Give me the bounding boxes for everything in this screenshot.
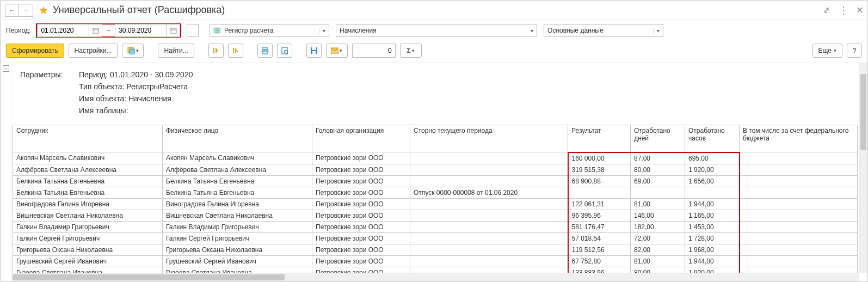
window-title: Универсальный отчет (Расшифровка) <box>53 4 225 16</box>
cell-person: Виноградова Галина Игоревна <box>163 198 312 210</box>
collapse-button[interactable] <box>228 44 243 58</box>
cell-storno <box>410 244 568 255</box>
cell-days: 80,00 <box>631 164 685 175</box>
col-federal[interactable]: В том числе за счет федерального бюджета <box>740 125 858 152</box>
cell-hours: 1 165,00 <box>685 210 740 221</box>
window: ← → ★ Универсальный отчет (Расшифровка) … <box>0 0 868 282</box>
expand-button[interactable] <box>208 44 224 58</box>
col-employee[interactable]: Сотрудник <box>13 125 163 152</box>
find-button[interactable]: Найти... <box>158 44 194 58</box>
table-row[interactable]: Галкин Владимир ГригорьевичГалкин Владим… <box>13 221 858 232</box>
col-result[interactable]: Результат <box>568 125 631 152</box>
date-to-input[interactable] <box>115 24 167 37</box>
table-row[interactable]: Алфёрова Светлана АлексеевнаАлфёрова Све… <box>13 164 858 175</box>
table-row[interactable]: Виноградова Галина ИгоревнаВиноградова Г… <box>13 198 858 210</box>
chevron-down-icon: ▾ <box>527 28 533 34</box>
cell-result: 57 018,54 <box>568 232 631 244</box>
cell-result: 68 900,88 <box>568 175 631 187</box>
cell-days: 81,00 <box>631 198 685 210</box>
cell-federal <box>740 164 858 175</box>
accruals-combo[interactable]: Начисления ▾ <box>336 24 537 37</box>
cell-employee: Белкина Татьяна Евгеньевна <box>13 187 163 198</box>
cell-days: 81,00 <box>631 255 685 267</box>
cell-storno <box>410 152 568 164</box>
cell-storno <box>410 267 568 273</box>
chevron-down-icon: ▾ <box>319 28 325 34</box>
close-icon[interactable]: ✕ <box>856 5 863 15</box>
table-row[interactable]: Белкина Татьяна ЕвгеньевнаБелкина Татьян… <box>13 187 858 198</box>
col-person[interactable]: Физическое лицо <box>163 125 312 152</box>
table-row[interactable]: Галкин Сергей ГригорьевичГалкин Сергей Г… <box>13 232 858 244</box>
table-row[interactable]: Грушевский Сергей ИвановичГрушевский Сер… <box>13 255 858 267</box>
cell-org: Петровские зори ООО <box>312 232 410 244</box>
period-extra-button[interactable] <box>187 24 199 37</box>
table-row[interactable]: Белкина Татьяна ЕвгеньевнаБелкина Татьян… <box>13 175 858 187</box>
cell-hours: 1 453,00 <box>685 221 740 232</box>
chevron-down-icon: ▾ <box>653 28 660 34</box>
settings-button[interactable]: Настройки... <box>69 44 118 58</box>
table-row[interactable]: Гузеева Светлана ИвановнаГузеева Светлан… <box>13 267 858 273</box>
cell-org: Петровские зори ООО <box>312 175 410 187</box>
params-table-name: Имя таблицы: <box>79 105 128 117</box>
table-row[interactable]: Акопян Марсель СлавиковичАкопян Марсель … <box>13 152 858 164</box>
favorite-star-icon[interactable]: ★ <box>39 4 48 17</box>
report-scroll[interactable]: Параметры:Период: 01.01.2020 - 30.09.202… <box>11 63 859 273</box>
register-type-combo[interactable]: Регистр расчета ▾ <box>210 24 329 37</box>
link-icon[interactable] <box>822 6 831 15</box>
cell-org: Петровские зори ООО <box>312 164 410 175</box>
cell-hours: 1 944,00 <box>685 198 740 210</box>
cell-person: Вишневская Светлана Николаевна <box>163 210 312 221</box>
cell-org: Петровские зори ООО <box>312 255 410 267</box>
variants-button[interactable]: ▾ <box>122 44 144 58</box>
cell-result: 122 061,31 <box>568 198 631 210</box>
cell-federal <box>740 210 858 221</box>
cell-days <box>631 187 685 198</box>
cell-days: 82,00 <box>631 244 685 255</box>
params-obj-type: Тип объекта: РегистрыРасчета <box>79 81 188 93</box>
period-label: Период: <box>6 27 30 34</box>
cell-org: Петровские зори ООО <box>312 198 410 210</box>
col-org[interactable]: Головная организация <box>312 125 410 152</box>
register-icon <box>213 27 221 34</box>
accruals-value: Начисления <box>340 27 377 34</box>
table-row[interactable]: Вишневская Светлана НиколаевнаВишневская… <box>13 210 858 221</box>
cell-hours: 1 656,00 <box>685 175 740 187</box>
sum-button[interactable]: Σ▾ <box>400 44 422 58</box>
cell-employee: Вишневская Светлана Николаевна <box>13 210 163 221</box>
cell-days: 87,00 <box>631 152 685 164</box>
date-from-input[interactable] <box>37 24 89 37</box>
save-button[interactable] <box>306 44 322 58</box>
help-button[interactable]: ? <box>847 44 862 58</box>
cell-employee: Виноградова Галина Игоревна <box>13 198 163 210</box>
cell-employee: Григорьева Оксана Николаевна <box>13 244 163 255</box>
cell-hours: 1 920,00 <box>685 164 740 175</box>
cell-org: Петровские зори ООО <box>312 187 410 198</box>
basic-data-combo[interactable]: Основные данные ▾ <box>544 24 663 37</box>
print-button[interactable] <box>257 44 273 58</box>
svg-rect-10 <box>263 47 267 50</box>
scroll-thumb[interactable] <box>13 274 285 280</box>
vertical-scrollbar[interactable] <box>859 63 867 273</box>
calendar-from-button[interactable] <box>89 24 102 37</box>
more-button[interactable]: Еще▾ <box>812 44 842 58</box>
number-input[interactable] <box>352 44 396 58</box>
cell-person: Алфёрова Светлана Алексеевна <box>163 164 312 175</box>
collapse-toggle[interactable]: – <box>3 65 9 72</box>
col-storno[interactable]: Сторно текущего периода <box>410 125 568 152</box>
back-button[interactable]: ← <box>5 4 19 17</box>
forward-button[interactable]: → <box>19 4 33 17</box>
cell-federal <box>740 221 858 232</box>
calendar-to-button[interactable] <box>167 24 180 37</box>
generate-button[interactable]: Сформировать <box>6 44 64 58</box>
col-days[interactable]: Отработано дней <box>631 125 685 152</box>
preview-button[interactable] <box>277 44 292 58</box>
cell-employee: Галкин Владимир Григорьевич <box>13 221 163 232</box>
table-row[interactable]: Григорьева Оксана НиколаевнаГригорьева О… <box>13 244 858 255</box>
email-button[interactable]: ▾ <box>326 44 348 58</box>
col-hours[interactable]: Отработано часов <box>685 125 740 152</box>
cell-storno <box>410 210 568 221</box>
svg-rect-18 <box>312 51 316 54</box>
horizontal-scrollbar[interactable] <box>11 273 859 281</box>
scroll-thumb[interactable] <box>860 74 866 150</box>
more-menu-icon[interactable]: ⋮ <box>839 4 848 16</box>
